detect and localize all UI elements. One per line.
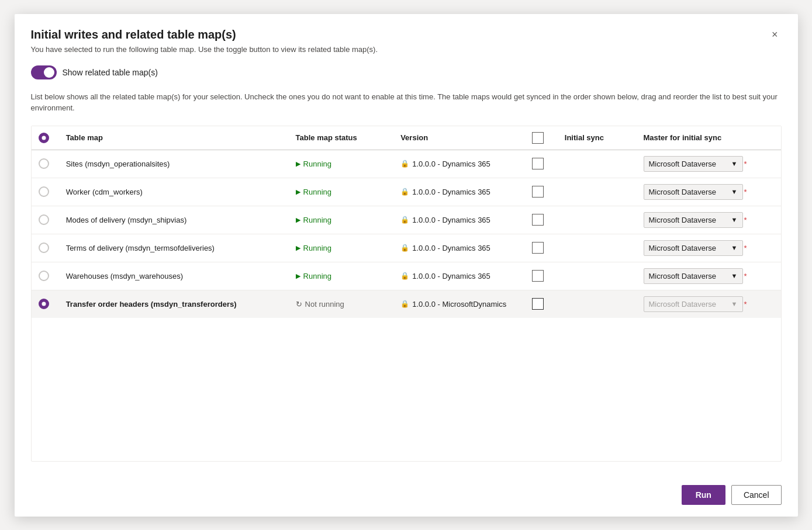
required-star: * <box>744 160 747 168</box>
row-initialsync-label <box>558 178 637 206</box>
row-initialsync-check-cell <box>525 290 558 318</box>
master-dropdown[interactable]: Microsoft Dataverse▼ <box>644 240 743 256</box>
master-dropdown[interactable]: Microsoft Dataverse▼ <box>644 296 743 312</box>
chevron-down-icon: ▼ <box>731 216 738 223</box>
row-initialsync-checkbox[interactable] <box>532 158 544 169</box>
play-icon: ▶ <box>296 216 300 224</box>
row-radio[interactable] <box>39 271 49 281</box>
version-text: 1.0.0.0 - Dynamics 365 <box>412 216 490 224</box>
row-tablemap-name: Warehouses (msdyn_warehouses) <box>59 262 289 290</box>
table-row: Sites (msdyn_operationalsites)▶ Running🔒… <box>32 150 781 178</box>
table-header-row: Table map Table map status Version Initi… <box>32 126 781 150</box>
row-version: 🔒1.0.0.0 - Dynamics 365 <box>393 262 525 290</box>
row-master-cell: Microsoft Dataverse▼* <box>637 262 781 290</box>
row-master-cell: Microsoft Dataverse▼* <box>637 178 781 206</box>
toggle-label: Show related table map(s) <box>63 68 158 77</box>
close-button[interactable]: × <box>768 28 782 41</box>
initialsync-header-checkbox[interactable] <box>532 132 544 144</box>
row-initialsync-label <box>558 262 637 290</box>
col-header-tablemap: Table map <box>59 126 289 150</box>
show-related-toggle[interactable] <box>31 65 57 79</box>
row-radio[interactable] <box>39 214 49 225</box>
run-button[interactable]: Run <box>682 485 725 505</box>
row-master-cell: Microsoft Dataverse▼* <box>637 150 781 178</box>
row-initialsync-check-cell <box>525 206 558 234</box>
row-radio[interactable] <box>39 186 49 197</box>
row-version: 🔒1.0.0.0 - Dynamics 365 <box>393 150 525 178</box>
row-initialsync-checkbox[interactable] <box>532 270 544 282</box>
play-icon: ▶ <box>296 188 300 196</box>
toggle-row: Show related table map(s) <box>31 65 782 79</box>
play-icon: ▶ <box>296 244 300 252</box>
row-initialsync-label <box>558 234 637 262</box>
cancel-button[interactable]: Cancel <box>731 485 782 505</box>
table-row: Terms of delivery (msdyn_termsofdeliveri… <box>32 234 781 262</box>
row-radio-checked[interactable] <box>39 299 49 309</box>
row-status: ▶ Running <box>289 178 394 206</box>
row-status: ▶ Running <box>289 262 394 290</box>
status-running: ▶ Running <box>296 160 387 168</box>
chevron-down-icon: ▼ <box>731 160 738 167</box>
dialog: Initial writes and related table map(s) … <box>15 14 798 517</box>
row-initialsync-checkbox[interactable] <box>532 242 544 254</box>
row-tablemap-name: Terms of delivery (msdyn_termsofdeliveri… <box>59 234 289 262</box>
master-dropdown-value: Microsoft Dataverse <box>649 188 717 196</box>
row-initialsync-check-cell <box>525 262 558 290</box>
row-initialsync-label <box>558 206 637 234</box>
table-body: Sites (msdyn_operationalsites)▶ Running🔒… <box>32 150 781 318</box>
master-dropdown[interactable]: Microsoft Dataverse▼ <box>644 184 743 200</box>
table-row: Transfer order headers (msdyn_transferor… <box>32 290 781 318</box>
chevron-down-icon: ▼ <box>731 272 738 279</box>
row-version: 🔒1.0.0.0 - Dynamics 365 <box>393 234 525 262</box>
chevron-down-icon: ▼ <box>731 244 738 251</box>
col-header-status: Table map status <box>289 126 394 150</box>
row-radio[interactable] <box>39 243 49 253</box>
status-running: ▶ Running <box>296 244 387 252</box>
row-initialsync-checkbox[interactable] <box>532 298 544 310</box>
row-status: ▶ Running <box>289 150 394 178</box>
row-initialsync-check-cell <box>525 234 558 262</box>
description-text: List below shows all the related table m… <box>31 91 782 114</box>
lock-icon: 🔒 <box>400 272 409 280</box>
status-running: ▶ Running <box>296 272 387 280</box>
row-initialsync-checkbox[interactable] <box>532 186 544 198</box>
row-version: 🔒1.0.0.0 - Dynamics 365 <box>393 178 525 206</box>
row-initialsync-checkbox[interactable] <box>532 214 544 226</box>
row-radio[interactable] <box>39 158 49 169</box>
table: Table map Table map status Version Initi… <box>32 126 781 318</box>
col-header-version: Version <box>393 126 525 150</box>
required-star: * <box>744 216 747 224</box>
play-icon: ▶ <box>296 272 300 280</box>
col-header-initialsync: Initial sync <box>558 126 637 150</box>
play-icon: ▶ <box>296 160 300 168</box>
lock-icon: 🔒 <box>400 300 409 308</box>
master-dropdown[interactable]: Microsoft Dataverse▼ <box>644 156 743 172</box>
row-tablemap-name: Worker (cdm_workers) <box>59 178 289 206</box>
version-text: 1.0.0.0 - Dynamics 365 <box>412 188 490 196</box>
master-dropdown-value: Microsoft Dataverse <box>649 160 717 168</box>
master-dropdown[interactable]: Microsoft Dataverse▼ <box>644 268 743 284</box>
table-row: Worker (cdm_workers)▶ Running🔒1.0.0.0 - … <box>32 178 781 206</box>
required-star: * <box>744 272 747 280</box>
select-all-radio[interactable] <box>39 133 49 143</box>
lock-icon: 🔒 <box>400 216 409 224</box>
dialog-title: Initial writes and related table map(s) <box>31 28 236 41</box>
row-initialsync-label <box>558 150 637 178</box>
row-tablemap-name: Sites (msdyn_operationalsites) <box>59 150 289 178</box>
sync-icon: ↻ <box>296 300 302 309</box>
master-dropdown-value: Microsoft Dataverse <box>649 300 717 309</box>
version-text: 1.0.0.0 - Dynamics 365 <box>412 244 490 252</box>
master-dropdown[interactable]: Microsoft Dataverse▼ <box>644 212 743 228</box>
required-star: * <box>744 244 747 252</box>
master-dropdown-value: Microsoft Dataverse <box>649 216 717 224</box>
col-header-master: Master for initial sync <box>637 126 781 150</box>
dialog-subtitle: You have selected to run the following t… <box>31 45 782 54</box>
row-tablemap-name: Transfer order headers (msdyn_transferor… <box>59 290 289 318</box>
master-dropdown-value: Microsoft Dataverse <box>649 244 717 252</box>
row-master-cell: Microsoft Dataverse▼* <box>637 234 781 262</box>
master-dropdown-value: Microsoft Dataverse <box>649 272 717 280</box>
lock-icon: 🔒 <box>400 244 409 252</box>
chevron-down-icon: ▼ <box>731 300 738 307</box>
table-container: Table map Table map status Version Initi… <box>31 126 782 462</box>
row-version: 🔒1.0.0.0 - MicrosoftDynamics <box>393 290 525 318</box>
